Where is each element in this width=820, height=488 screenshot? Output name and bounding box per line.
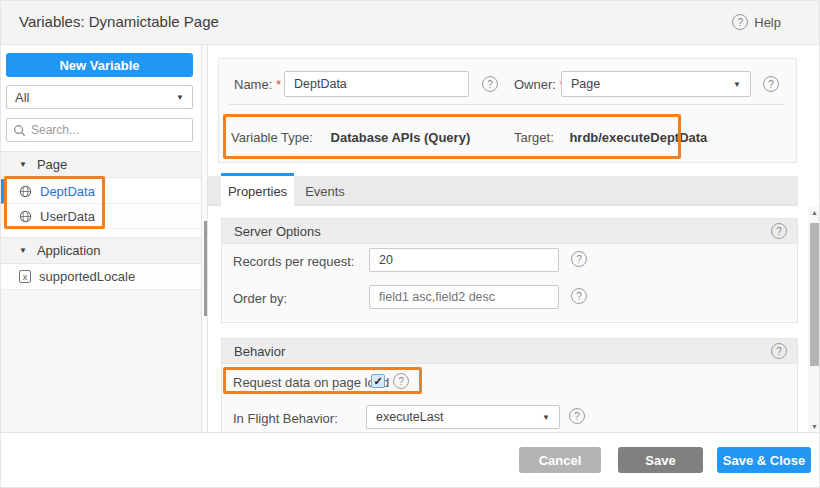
help-icon: ?	[732, 14, 748, 30]
owner-select[interactable]: Page ▼	[561, 71, 751, 97]
page-title: Variables: Dynamictable Page	[19, 13, 219, 30]
tab-events[interactable]: Events	[294, 176, 356, 206]
required-marker: *	[276, 77, 281, 92]
group-label: Application	[37, 243, 101, 258]
list-item-label: DeptData	[40, 184, 95, 199]
section-title: Behavior	[234, 344, 285, 359]
search-box	[6, 118, 193, 142]
sidebar-item-supportedlocale[interactable]: x supportedLocale	[1, 264, 201, 290]
variable-type-label: Variable Type:	[231, 130, 313, 145]
properties-scrollbar[interactable]: ▲ ▼	[808, 206, 820, 433]
sidebar-empty-area	[1, 290, 201, 432]
owner-label: Owner: *	[514, 77, 565, 92]
collapse-icon: ▼	[19, 246, 27, 255]
records-per-request-label: Records per request:	[233, 254, 354, 269]
request-on-load-label: Request data on page load	[233, 375, 389, 390]
variables-dialog: Variables: Dynamictable Page ? Help New …	[0, 0, 820, 488]
section-title: Server Options	[234, 224, 321, 239]
name-input[interactable]	[284, 71, 469, 97]
in-flight-behavior-label: In Flight Behavior:	[233, 411, 338, 426]
server-options-header: Server Options ?	[222, 219, 797, 244]
properties-scrollbar-thumb[interactable]	[810, 223, 820, 366]
list-item-label: UserData	[40, 209, 95, 224]
collapse-icon: ▼	[19, 160, 27, 169]
tab-properties[interactable]: Properties	[221, 173, 294, 206]
new-variable-button[interactable]: New Variable	[6, 53, 193, 77]
tab-label: Events	[305, 184, 345, 199]
target-value: hrdb/executeDeptData	[569, 130, 707, 145]
locale-variable-icon: x	[19, 270, 31, 283]
list-item-label: supportedLocale	[39, 269, 135, 284]
order-by-help-icon[interactable]: ?	[571, 288, 587, 304]
order-by-label: Order by:	[233, 291, 287, 306]
filter-value: All	[15, 90, 29, 105]
request-on-load-help-icon[interactable]: ?	[393, 373, 409, 389]
tree-group-page[interactable]: ▼ Page	[1, 151, 201, 178]
group-label: Page	[37, 157, 67, 172]
request-on-load-checkbox[interactable]: ✓	[371, 374, 385, 388]
in-flight-behavior-select[interactable]: executeLast ▼	[366, 405, 560, 429]
variable-sidebar: New Variable All ▼ ▼ Page DeptData	[1, 45, 201, 432]
save-button[interactable]: Save	[618, 447, 703, 473]
variable-type-value: Database APIs (Query)	[331, 130, 471, 145]
sidebar-item-userdata[interactable]: UserData	[1, 204, 201, 229]
in-flight-value: executeLast	[376, 410, 443, 424]
owner-value: Page	[571, 77, 600, 91]
chevron-down-icon: ▼	[733, 80, 741, 89]
server-options-help-icon[interactable]: ?	[771, 223, 787, 239]
search-icon	[13, 124, 26, 137]
behavior-header: Behavior ?	[222, 339, 797, 364]
chevron-down-icon: ▼	[542, 413, 550, 422]
order-by-input[interactable]	[369, 285, 559, 309]
save-and-close-button[interactable]: Save & Close	[717, 447, 811, 473]
sidebar-scrollbar-thumb[interactable]	[204, 221, 207, 316]
variable-filter-select[interactable]: All ▼	[6, 85, 193, 109]
web-variable-icon	[19, 210, 32, 223]
sidebar-item-deptdata[interactable]: DeptData	[1, 179, 201, 204]
footer-divider	[1, 432, 820, 433]
behavior-help-icon[interactable]: ?	[771, 343, 787, 359]
target-label: Target:	[514, 130, 554, 145]
scroll-up-arrow-icon[interactable]: ▲	[808, 206, 820, 219]
variable-type-row: Variable Type: Database APIs (Query)	[231, 130, 470, 145]
name-label: Name: *	[234, 77, 281, 92]
tree-group-application[interactable]: ▼ Application	[1, 237, 201, 264]
target-row: Target: hrdb/executeDeptData	[514, 130, 707, 145]
card-divider	[229, 104, 785, 105]
web-variable-icon	[19, 185, 32, 198]
owner-help-icon[interactable]: ?	[763, 76, 779, 92]
cancel-button[interactable]: Cancel	[519, 447, 601, 473]
help-label: Help	[754, 15, 781, 30]
in-flight-help-icon[interactable]: ?	[569, 408, 585, 424]
search-input[interactable]	[31, 123, 186, 137]
check-icon: ✓	[373, 375, 382, 388]
tab-label: Properties	[228, 184, 287, 199]
sidebar-scrollbar[interactable]	[201, 45, 208, 432]
records-help-icon[interactable]: ?	[571, 251, 587, 267]
chevron-down-icon: ▼	[176, 93, 184, 102]
name-help-icon[interactable]: ?	[482, 76, 498, 92]
records-per-request-input[interactable]	[369, 248, 559, 272]
help-button[interactable]: ? Help	[732, 14, 781, 30]
